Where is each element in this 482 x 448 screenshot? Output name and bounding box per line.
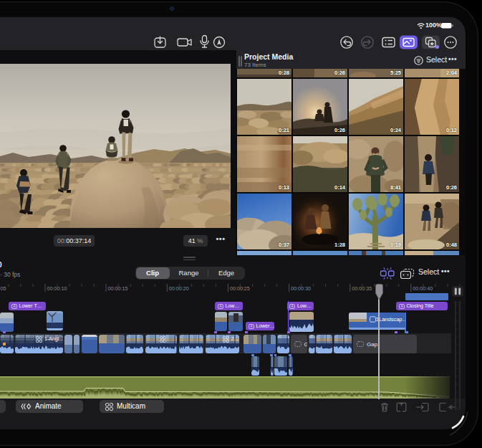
svg-text:00:00:35: 00:00:35	[352, 285, 372, 292]
svg-text:00:00:10: 00:00:10	[47, 285, 67, 292]
svg-text:00:00:30: 00:00:30	[291, 285, 311, 292]
svg-text:00:00:25: 00:00:25	[230, 285, 250, 292]
svg-text:A: A	[13, 305, 16, 308]
svg-text:A: A	[250, 325, 253, 328]
svg-text:A: A	[291, 305, 294, 308]
svg-text:00:00:15: 00:00:15	[108, 285, 128, 292]
svg-text:00:00:05: 00:00:05	[0, 285, 6, 292]
svg-text:00:00:40: 00:00:40	[413, 285, 433, 292]
svg-text:A: A	[400, 305, 403, 308]
svg-text:A: A	[219, 305, 222, 308]
svg-text:00:00:20: 00:00:20	[169, 285, 189, 292]
